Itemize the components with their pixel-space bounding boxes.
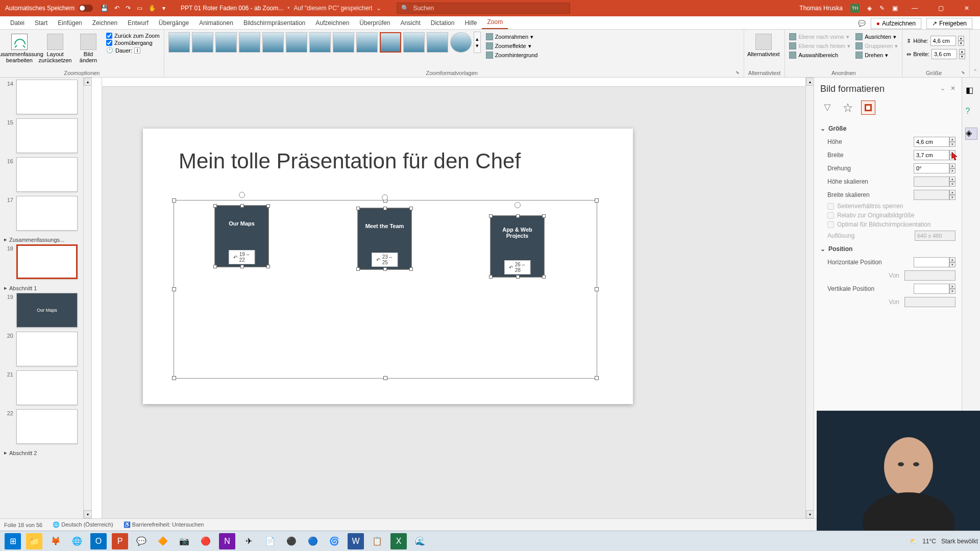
bild-aendern-button[interactable]: Bild ändern: [76, 32, 101, 63]
accessibility-status[interactable]: ♿ Barrierefreiheit: Untersuchen: [124, 521, 204, 528]
style-item[interactable]: [239, 32, 260, 53]
style-gallery[interactable]: ▴▾: [168, 32, 481, 53]
slide-thumbnail[interactable]: [16, 196, 78, 231]
app-icon[interactable]: 🌀: [326, 533, 342, 549]
obs-icon[interactable]: ⚫: [283, 533, 300, 549]
spinner[interactable]: ▴▾: [949, 257, 955, 267]
collapse-ribbon-icon[interactable]: ⌃: [973, 68, 977, 75]
scroll-down-icon[interactable]: ▾: [84, 510, 92, 518]
side-tool-1[interactable]: ◧: [965, 85, 977, 97]
tab-ansicht[interactable]: Ansicht: [395, 17, 425, 29]
spinner[interactable]: ▴▾: [949, 163, 955, 173]
gruppieren-menu[interactable]: Gruppieren ▾: [855, 42, 898, 50]
slide-thumbnail[interactable]: [16, 332, 78, 366]
zoom-item-3[interactable]: App & Web Projects ↶26 – 28: [491, 216, 544, 277]
powerpoint-icon[interactable]: P: [112, 533, 128, 549]
slide-thumbnail-selected[interactable]: [16, 244, 78, 279]
spinner[interactable]: ▴▾: [949, 137, 955, 147]
ausrichten-menu[interactable]: Ausrichten ▾: [855, 33, 898, 41]
ebene-vorne-menu[interactable]: Ebene nach vorne ▾: [789, 33, 850, 41]
slideshow-icon[interactable]: ▭: [137, 5, 142, 12]
weather-icon[interactable]: ⛅: [910, 538, 917, 545]
format-pane-toggle[interactable]: ◈: [965, 128, 977, 140]
dialog-launcher-icon[interactable]: ⬊: [736, 70, 740, 76]
section-header[interactable]: ▸ Abschnitt 2: [4, 448, 87, 458]
slide[interactable]: Mein tolle Präsentation für den Chef Our…: [143, 129, 633, 404]
tab-zoom[interactable]: Zoom: [482, 16, 508, 29]
tab-dictation[interactable]: Dictation: [426, 17, 460, 29]
section-header[interactable]: ▸ Zusammenfassungs...: [4, 235, 87, 244]
zoom-item-1[interactable]: Our Maps ↶19 – 22: [215, 206, 268, 267]
vpos-input[interactable]: [914, 284, 949, 294]
style-item[interactable]: [286, 32, 307, 53]
slide-title[interactable]: Mein tolle Präsentation für den Chef: [179, 149, 521, 173]
maximize-button[interactable]: ▢: [932, 1, 950, 15]
position-section[interactable]: ⌄Position: [820, 242, 955, 256]
slide-thumbnail[interactable]: [16, 409, 78, 444]
effects-tab-icon[interactable]: [841, 101, 855, 115]
app-icon[interactable]: 📷: [176, 533, 192, 549]
scroll-up-icon[interactable]: ▴: [84, 78, 92, 86]
thumbnail-scrollbar[interactable]: ▴ ▾: [83, 78, 91, 518]
slide-counter[interactable]: Folie 18 von 56: [4, 522, 42, 528]
style-item[interactable]: [215, 32, 237, 53]
app-icon[interactable]: 🔴: [198, 533, 214, 549]
zoomuebergang-check[interactable]: Zoomübergang: [106, 40, 160, 46]
style-item[interactable]: [168, 32, 190, 53]
redo-icon[interactable]: ↷: [126, 5, 131, 12]
user-avatar[interactable]: TH: [850, 4, 860, 13]
drehen-menu[interactable]: Drehen ▾: [855, 51, 898, 59]
tab-bildschirm[interactable]: Bildschirmpräsentation: [238, 17, 310, 29]
edge-icon[interactable]: 🌊: [412, 533, 428, 549]
tab-start[interactable]: Start: [30, 17, 53, 29]
touch-icon[interactable]: ✋: [149, 5, 156, 12]
diamond-icon[interactable]: ◈: [867, 5, 872, 12]
help-icon[interactable]: ?: [965, 106, 977, 118]
search-box[interactable]: 🔍 Suchen: [397, 3, 570, 14]
tab-datei[interactable]: Datei: [5, 17, 30, 29]
app-icon[interactable]: 🔵: [305, 533, 321, 549]
dialog-launcher-icon[interactable]: ⬊: [961, 70, 965, 76]
style-item[interactable]: [192, 32, 213, 53]
vlc-icon[interactable]: 🔶: [155, 533, 171, 549]
start-button[interactable]: ⊞: [5, 533, 21, 549]
save-icon[interactable]: 💾: [101, 5, 108, 12]
minimize-button[interactable]: —: [905, 1, 924, 15]
language-status[interactable]: 🌐 Deutsch (Österreich): [53, 521, 113, 528]
auswahlbereich-button[interactable]: Auswahlbereich: [789, 51, 850, 59]
section-header[interactable]: ▸ Abschnitt 1: [4, 283, 87, 293]
style-item[interactable]: [262, 32, 284, 53]
style-item[interactable]: [333, 32, 354, 53]
style-item[interactable]: [309, 32, 331, 53]
spinner[interactable]: ▴▾: [949, 284, 955, 294]
dauer-input[interactable]: [134, 47, 140, 54]
slide-thumbnail[interactable]: [16, 118, 78, 153]
chevron-down-icon[interactable]: ⌄: [376, 5, 381, 12]
tab-uebergaenge[interactable]: Übergänge: [154, 17, 194, 29]
rotate-handle-icon[interactable]: [239, 192, 245, 198]
pane-hoehe-input[interactable]: [914, 137, 949, 147]
gallery-more-button[interactable]: ▴▾: [474, 32, 481, 53]
hoehe-input[interactable]: [930, 36, 956, 46]
layout-button[interactable]: Layout zurücksetzen: [40, 32, 70, 63]
style-item[interactable]: [427, 32, 448, 53]
scroll-down-icon[interactable]: ▾: [806, 510, 814, 518]
app-icon[interactable]: 📋: [369, 533, 385, 549]
breite-input[interactable]: [932, 49, 957, 59]
comments-icon[interactable]: 💬: [858, 20, 866, 27]
style-item[interactable]: [403, 32, 425, 53]
chrome-icon[interactable]: 🌐: [69, 533, 85, 549]
zoom-item-2[interactable]: Meet the Team ↶23 – 25: [358, 208, 411, 269]
window-icon[interactable]: ▣: [892, 5, 898, 12]
size-tab-icon[interactable]: [861, 101, 875, 115]
excel-icon[interactable]: X: [390, 533, 407, 549]
tab-einfuegen[interactable]: Einfügen: [53, 17, 87, 29]
scroll-up-icon[interactable]: ▴: [806, 78, 814, 86]
autosave-toggle[interactable]: Automatisches Speichern: [5, 5, 93, 12]
pane-breite-input[interactable]: [914, 150, 949, 160]
style-item[interactable]: [450, 32, 472, 53]
firefox-icon[interactable]: 🦊: [47, 533, 64, 549]
explorer-icon[interactable]: 📁: [26, 533, 42, 549]
tab-aufzeichnen[interactable]: Aufzeichnen: [310, 17, 354, 29]
tab-entwurf[interactable]: Entwurf: [122, 17, 154, 29]
